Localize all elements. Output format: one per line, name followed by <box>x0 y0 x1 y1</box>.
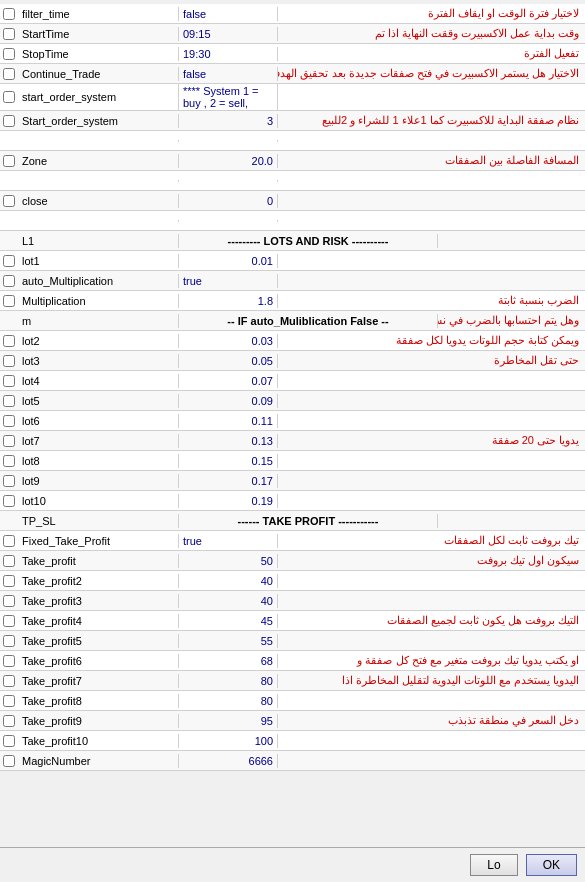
table-row: m-- IF auto_Muliblication False --وهل يت… <box>0 311 585 331</box>
row-checkbox[interactable] <box>3 575 15 587</box>
row-comment: وقت بداية عمل الاكسبيرت وققت النهاية اذا… <box>278 26 585 41</box>
row-checkbox[interactable] <box>3 48 15 60</box>
row-checkbox[interactable] <box>3 275 15 287</box>
row-value: 0.15 <box>178 454 278 468</box>
row-value: 40 <box>178 574 278 588</box>
table-row: lot70.13يدويا حتى 20 صفقة <box>0 431 585 451</box>
row-name: Take_profit9 <box>18 714 178 728</box>
row-checkbox-cell <box>0 47 18 61</box>
row-checkbox[interactable] <box>3 475 15 487</box>
row-checkbox-cell <box>0 634 18 648</box>
row-value: 0.09 <box>178 394 278 408</box>
table-row: lot10.01 <box>0 251 585 271</box>
row-checkbox[interactable] <box>3 115 15 127</box>
row-name: Take_profit4 <box>18 614 178 628</box>
row-checkbox[interactable] <box>3 415 15 427</box>
row-checkbox-cell <box>0 754 18 768</box>
lo-button[interactable]: Lo <box>470 854 517 876</box>
row-checkbox[interactable] <box>3 375 15 387</box>
row-comment <box>278 640 585 642</box>
table-row <box>0 131 585 151</box>
row-checkbox[interactable] <box>3 155 15 167</box>
row-checkbox[interactable] <box>3 695 15 707</box>
row-value: 55 <box>178 634 278 648</box>
row-checkbox[interactable] <box>3 68 15 80</box>
row-name: Take_profit10 <box>18 734 178 748</box>
table-row <box>0 211 585 231</box>
row-checkbox[interactable] <box>3 535 15 547</box>
row-checkbox-cell <box>0 7 18 21</box>
row-name: lot9 <box>18 474 178 488</box>
row-name: TP_SL <box>18 514 178 528</box>
row-value: 80 <box>178 674 278 688</box>
row-comment: الاختيار هل يستمر الاكسبيرت في فتح صفقات… <box>278 66 585 81</box>
row-checkbox[interactable] <box>3 755 15 767</box>
table-row: start_order_system**** System 1 = buy , … <box>0 84 585 111</box>
row-name: Start_order_system <box>18 114 178 128</box>
row-name: Take_profit2 <box>18 574 178 588</box>
row-checkbox-cell <box>0 574 18 588</box>
row-checkbox[interactable] <box>3 295 15 307</box>
row-checkbox[interactable] <box>3 335 15 347</box>
row-value: 0.07 <box>178 374 278 388</box>
row-comment <box>278 600 585 602</box>
row-checkbox[interactable] <box>3 455 15 467</box>
row-comment: الضرب بنسبة ثابتة <box>278 293 585 308</box>
table-row: TP_SL------ TAKE PROFIT ----------- <box>0 511 585 531</box>
row-value: 09:15 <box>178 27 278 41</box>
row-checkbox[interactable] <box>3 195 15 207</box>
table-row: lot50.09 <box>0 391 585 411</box>
ok-button[interactable]: OK <box>526 854 577 876</box>
row-value: 0.17 <box>178 474 278 488</box>
row-value: 0.19 <box>178 494 278 508</box>
row-comment: يدويا حتى 20 صفقة <box>278 433 585 448</box>
row-name: lot2 <box>18 334 178 348</box>
row-checkbox-cell <box>0 274 18 288</box>
row-value: 20.0 <box>178 154 278 168</box>
row-comment: وهل يتم احتسابها بالضرب في نسبة ثابتة <box>438 313 585 328</box>
row-checkbox[interactable] <box>3 675 15 687</box>
row-checkbox[interactable] <box>3 715 15 727</box>
row-checkbox[interactable] <box>3 91 15 103</box>
row-name: Take_profit7 <box>18 674 178 688</box>
row-value: 0.05 <box>178 354 278 368</box>
row-name: Multiplication <box>18 294 178 308</box>
row-name: Fixed_Take_Profit <box>18 534 178 548</box>
row-name: L1 <box>18 234 178 248</box>
row-checkbox-cell <box>0 734 18 748</box>
table-row: lot60.11 <box>0 411 585 431</box>
table-row: lot90.17 <box>0 471 585 491</box>
row-value: **** System 1 = buy , 2 = sell, <box>178 84 278 110</box>
table-row <box>0 171 585 191</box>
row-checkbox-cell <box>0 474 18 488</box>
row-checkbox[interactable] <box>3 255 15 267</box>
row-checkbox[interactable] <box>3 595 15 607</box>
row-comment: ويمكن كتابة حجم اللوتات يدويا لكل صفقة <box>278 333 585 348</box>
row-checkbox-cell <box>0 320 18 322</box>
row-checkbox[interactable] <box>3 8 15 20</box>
row-checkbox[interactable] <box>3 735 15 747</box>
row-checkbox[interactable] <box>3 435 15 447</box>
table-row: auto_Multiplicationtrue <box>0 271 585 291</box>
row-comment <box>278 580 585 582</box>
row-checkbox[interactable] <box>3 635 15 647</box>
table-row: lot100.19 <box>0 491 585 511</box>
row-checkbox-cell <box>0 154 18 168</box>
row-checkbox[interactable] <box>3 655 15 667</box>
row-checkbox[interactable] <box>3 495 15 507</box>
row-comment <box>278 280 585 282</box>
row-checkbox[interactable] <box>3 615 15 627</box>
row-checkbox[interactable] <box>3 395 15 407</box>
row-checkbox[interactable] <box>3 28 15 40</box>
row-checkbox-cell <box>0 374 18 388</box>
table-row: StartTime09:15وقت بداية عمل الاكسبيرت وق… <box>0 24 585 44</box>
table-row: Take_profit780اليدويا يستخدم مع اللوتات … <box>0 671 585 691</box>
table-row: Fixed_Take_Profittrueتيك بروفت ثابت لكل … <box>0 531 585 551</box>
row-checkbox-cell <box>0 254 18 268</box>
row-value <box>178 140 278 142</box>
row-checkbox[interactable] <box>3 355 15 367</box>
row-checkbox-cell <box>0 554 18 568</box>
row-checkbox[interactable] <box>3 555 15 567</box>
row-comment <box>278 460 585 462</box>
row-comment: نظام صفقة البداية للاكسبيرت كما 1علاء 1 … <box>278 113 585 128</box>
